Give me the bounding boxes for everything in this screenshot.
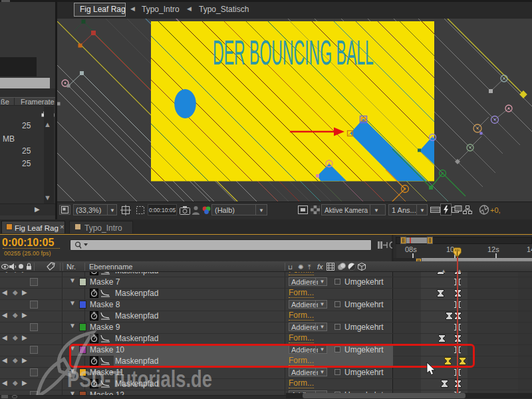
svg-text:DER BOUNCING BALL: DER BOUNCING BALL [213, 33, 374, 72]
